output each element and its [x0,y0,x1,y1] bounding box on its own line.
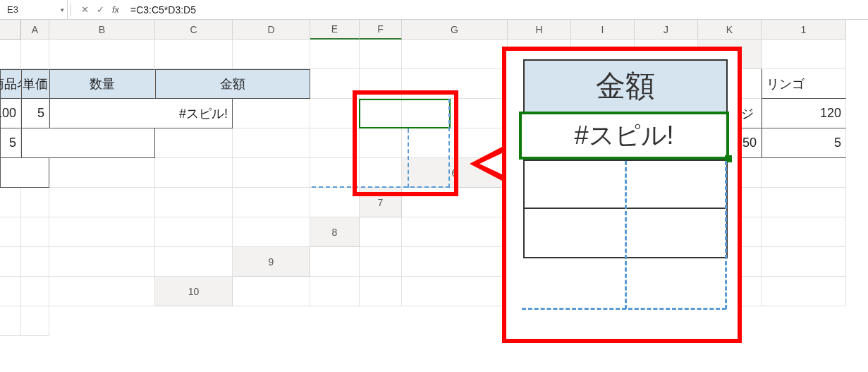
cell-F6[interactable] [0,188,21,217]
cell-B8[interactable] [402,217,508,247]
col-head-G[interactable]: G [402,20,508,40]
cell-G6[interactable] [21,188,49,217]
cell-J3[interactable] [402,99,508,128]
cell-H2[interactable] [360,69,402,99]
cell-G1[interactable] [360,40,402,69]
cell-I5[interactable] [233,158,310,188]
cell-E6[interactable] [762,158,846,188]
formula-bar-buttons: ✕ ✓ fx [74,0,126,19]
cell-B1[interactable] [21,40,49,69]
cell-I10[interactable] [762,277,846,306]
cell-K7[interactable] [233,217,310,247]
chevron-down-icon[interactable]: ▾ [61,6,64,13]
confirm-icon[interactable]: ✓ [92,2,108,18]
row-head-10[interactable]: 10 [155,277,233,306]
cell-K10[interactable] [21,306,49,336]
name-box[interactable]: E3 ▾ [0,0,68,19]
cell-K5[interactable] [360,158,402,188]
cancel-icon[interactable]: ✕ [77,2,92,18]
cell-G8[interactable] [762,217,846,247]
cell-B2[interactable]: 商品名 [0,69,21,99]
cell-F7[interactable] [762,188,846,217]
cell-C3-value: 100 [0,106,16,121]
cell-H4[interactable] [233,128,310,158]
cell-I4[interactable] [310,128,360,158]
row-head-7[interactable]: 7 [360,188,402,217]
cell-J8[interactable] [49,247,155,277]
select-all-corner[interactable] [0,20,21,40]
cell-J4[interactable] [360,128,402,158]
cell-I2[interactable] [402,69,508,99]
cell-G2[interactable] [310,69,360,99]
cell-K6[interactable] [310,188,360,217]
cell-J9[interactable] [21,277,49,306]
row-head-9[interactable]: 9 [233,247,310,277]
cell-G5[interactable] [49,158,155,188]
cell-A1[interactable] [0,40,21,69]
cell-H3[interactable] [310,99,360,128]
cell-E4[interactable] [21,128,155,158]
cell-J6[interactable] [233,188,310,217]
row-head-1[interactable]: 1 [762,20,846,40]
cell-C1[interactable] [49,40,155,69]
cell-I9[interactable] [0,277,21,306]
cell-C9[interactable] [402,247,508,277]
cell-D5-value: 5 [834,136,841,150]
col-head-E[interactable]: E [310,20,360,40]
cell-D1[interactable] [155,40,233,69]
col-head-C[interactable]: C [155,20,233,40]
col-head-B[interactable]: B [49,20,155,40]
cell-A10[interactable] [233,277,310,306]
cell-I3[interactable] [360,99,402,128]
cell-D4[interactable]: 5 [0,128,21,158]
cell-E3[interactable]: #スピル! [49,99,233,128]
cell-J5[interactable] [310,158,360,188]
cell-C10[interactable] [360,277,402,306]
cell-D3[interactable]: 5 [21,99,49,128]
cell-H1[interactable] [402,40,508,69]
col-head-H[interactable]: H [508,20,571,40]
cell-H5[interactable] [155,158,233,188]
col-head-I[interactable]: I [571,20,635,40]
cell-C3[interactable]: 100 [0,99,21,128]
cell-I7[interactable] [49,217,155,247]
cell-A2[interactable] [762,40,846,69]
cell-B3[interactable]: リンゴ [762,69,846,99]
cell-D2[interactable]: 数量 [49,69,155,99]
cell-G7[interactable] [0,217,21,247]
cell-A7[interactable] [402,188,508,217]
cell-H9[interactable] [762,247,846,277]
cell-H7[interactable] [21,217,49,247]
cell-I6[interactable] [155,188,233,217]
cell-F1[interactable] [310,40,360,69]
cell-B9[interactable] [360,247,402,277]
col-head-D[interactable]: D [233,20,310,40]
cell-I8[interactable] [21,247,49,277]
col-head-K[interactable]: K [698,20,762,40]
fx-icon[interactable]: fx [108,2,123,18]
cell-E5[interactable] [0,158,49,188]
cell-A9[interactable] [310,247,360,277]
col-head-A[interactable]: A [21,20,49,40]
cell-C2[interactable]: 単価 [21,69,49,99]
cell-K9[interactable] [49,277,155,306]
callout-selected-cell: #スピル! [519,112,729,160]
cell-E1[interactable] [233,40,310,69]
cell-J7[interactable] [155,217,233,247]
cell-D5[interactable]: 5 [762,128,846,158]
cell-A8[interactable] [360,217,402,247]
cell-H8[interactable] [0,247,21,277]
cell-E2[interactable]: 金額 [155,69,310,99]
col-head-J[interactable]: J [635,20,698,40]
cell-B10[interactable] [310,277,360,306]
cell-G3[interactable] [233,99,310,128]
col-head-F[interactable]: F [360,20,402,40]
cell-G4[interactable] [155,128,233,158]
formula-input[interactable]: =C3:C5*D3:D5 [126,0,868,19]
row-head-8[interactable]: 8 [310,217,360,247]
cell-J10[interactable] [0,306,21,336]
cell-H6[interactable] [49,188,155,217]
cell-D10[interactable] [402,277,508,306]
cell-K8[interactable] [155,247,233,277]
cell-C4[interactable]: 120 [762,99,846,128]
